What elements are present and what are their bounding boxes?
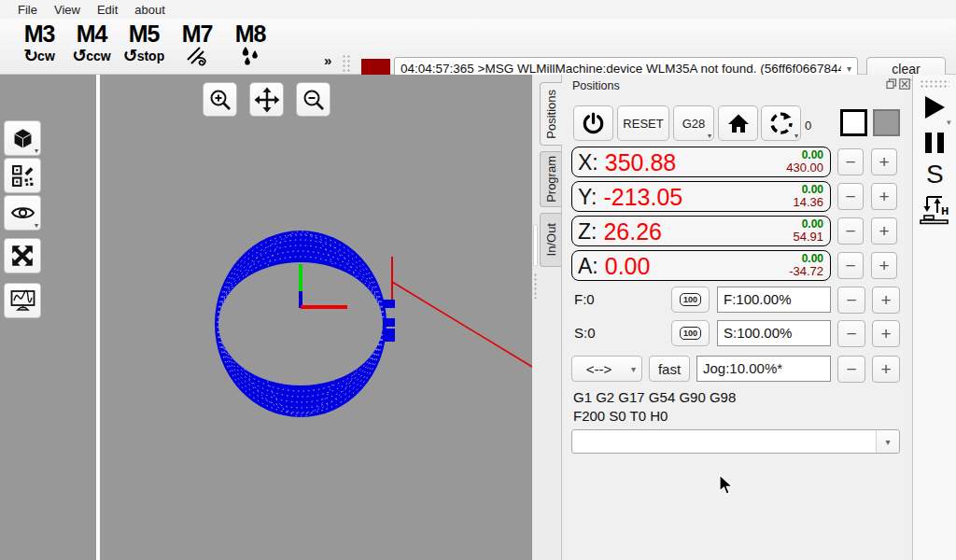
status-indicator-light — [361, 59, 390, 75]
axis-x-minus-button[interactable]: − — [837, 148, 864, 175]
rotation-count: 0 — [805, 119, 811, 133]
axis-y-minus-button[interactable]: − — [837, 183, 864, 210]
m3-spindle-cw-button[interactable]: M3 ↻cw — [13, 21, 65, 66]
jog-minus-button[interactable]: − — [837, 356, 865, 383]
axis-a-plus-button[interactable]: + — [871, 252, 897, 279]
svg-text:H: H — [941, 206, 949, 217]
ccw-arrow-icon: ↺ — [72, 46, 87, 66]
menu-file[interactable]: File — [9, 3, 46, 17]
jog-fast-button[interactable]: fast — [649, 356, 690, 382]
feed-plus-button[interactable]: + — [872, 287, 900, 314]
edit-program-button[interactable] — [4, 158, 41, 193]
jog-step-field[interactable]: Jog:10.00%* — [696, 356, 831, 382]
mdi-command-combobox[interactable]: ▾ — [571, 429, 900, 454]
reset-button[interactable]: RESET — [617, 105, 669, 141]
splitter-handle-dots[interactable] — [533, 273, 539, 299]
magnifier-plus-icon — [208, 88, 232, 112]
menu-edit[interactable]: Edit — [89, 3, 126, 17]
panel-title: Positions — [572, 79, 620, 92]
fit-view-button[interactable] — [4, 238, 41, 273]
zoom-in-button[interactable] — [203, 82, 237, 117]
feed-override-field[interactable]: F:100.00% — [717, 287, 831, 313]
m3-label: M3 — [13, 21, 65, 46]
axis-readout-x[interactable]: X: 350.88 0.00 430.00 — [571, 147, 831, 177]
spindle-minus-button[interactable]: − — [837, 320, 865, 347]
power-icon — [581, 111, 606, 136]
m5-label: M5 — [118, 21, 170, 46]
rotate-counter-button[interactable]: ▾ — [761, 105, 801, 141]
axis-readout-z[interactable]: Z: 26.26 0.00 54.91 — [571, 216, 831, 246]
spindle-reset-100-button[interactable]: 100 — [671, 320, 710, 346]
toolbar-drag-handle[interactable] — [342, 54, 350, 77]
m7-label: M7 — [171, 21, 223, 46]
spindle-plus-button[interactable]: + — [872, 320, 900, 347]
menu-view[interactable]: View — [46, 3, 89, 17]
feed-reset-100-button[interactable]: 100 — [671, 287, 710, 313]
float-panel-button[interactable] — [886, 78, 898, 91]
float-icon — [886, 78, 897, 90]
ccw-arrow-icon: ↺ — [123, 46, 138, 66]
m4-spindle-ccw-button[interactable]: M4 ↺ccw — [65, 21, 118, 66]
toolbar: M3 ↻cw M4 ↺ccw M5 ↺stop M7 M8 — [0, 19, 956, 75]
zoom-out-button[interactable] — [296, 82, 330, 117]
toolpath-tick — [383, 300, 395, 308]
run-program-button[interactable] — [925, 96, 945, 119]
axis-y-plus-button[interactable]: + — [871, 183, 897, 210]
probe-tool-height-button[interactable]: H — [919, 194, 950, 226]
tab-program[interactable]: Program — [540, 151, 561, 207]
close-panel-button[interactable] — [899, 78, 911, 91]
monitor-waveform-icon — [10, 289, 35, 312]
m4-label: M4 — [65, 21, 118, 46]
axis-x-limit: 430.00 — [786, 161, 823, 175]
axis-readout-a[interactable]: A: 0.00 0.00 -34.72 — [571, 250, 831, 281]
pan-view-button[interactable] — [249, 82, 284, 117]
coolant-drops-icon — [239, 46, 261, 66]
message-log-text: 04:04:57:365 >MSG WLMillMachine:device W… — [395, 62, 841, 76]
m4-sub-label: ccw — [86, 46, 110, 66]
panel-splitter[interactable] — [532, 75, 540, 560]
chevron-down-icon: ▾ — [841, 63, 857, 74]
pause-program-button[interactable] — [925, 133, 944, 153]
feed-minus-button[interactable]: − — [837, 287, 865, 314]
gray-state-swatch[interactable] — [873, 109, 900, 136]
m8-coolant-button[interactable]: M8 — [224, 21, 276, 66]
sidebar-drag-handle[interactable] — [920, 79, 949, 88]
splitter-thumb[interactable] — [533, 224, 538, 267]
power-button[interactable] — [573, 105, 613, 141]
toolpath-tick — [383, 329, 395, 342]
m7-mist-button[interactable]: M7 — [171, 21, 223, 66]
jog-plus-button[interactable]: + — [872, 356, 900, 383]
axis-readout-y[interactable]: Y: -213.05 0.00 14.36 — [571, 181, 831, 212]
toolpath-viewport[interactable] — [100, 75, 532, 560]
spindle-override-field[interactable]: S:100.00% — [717, 320, 831, 346]
view-3d-cube-button[interactable]: ▾ — [4, 120, 41, 156]
white-state-swatch[interactable] — [840, 109, 867, 136]
jog-direction-dropdown[interactable]: <--> ▾ — [571, 356, 642, 382]
visibility-button[interactable]: ▾ — [4, 195, 41, 231]
axis-a-minus-button[interactable]: − — [837, 252, 864, 279]
axis-z-plus-button[interactable]: + — [871, 217, 897, 245]
chevron-down-icon: ▾ — [879, 437, 895, 447]
cw-arrow-icon: ↻ — [23, 46, 38, 66]
chevron-down-icon: ▾ — [35, 222, 38, 230]
air-blast-icon — [186, 46, 208, 66]
home-button[interactable] — [718, 105, 758, 141]
stop-program-button[interactable]: S — [926, 161, 944, 189]
g28-home-button[interactable]: G28 ▾ — [673, 105, 714, 141]
monitor-signal-button[interactable] — [4, 283, 41, 318]
toolbar-overflow-chevron[interactable]: » — [324, 52, 331, 68]
left-view-toolbar: ▾ ▾ — [0, 75, 96, 560]
axis-marker-y-green — [299, 264, 302, 291]
axis-z-minus-button[interactable]: − — [837, 217, 864, 245]
axis-x-plus-button[interactable]: + — [871, 148, 897, 175]
axis-a-limit: -34.72 — [789, 265, 823, 278]
chevron-down-icon: ▾ — [708, 133, 711, 140]
tab-inout[interactable]: In/Out — [540, 213, 561, 267]
axis-x-label: X: — [578, 148, 598, 176]
axis-z-label: Z: — [578, 217, 597, 245]
axis-y-limit: 14.36 — [793, 196, 823, 209]
qr-edit-icon — [11, 164, 35, 188]
m5-spindle-stop-button[interactable]: M5 ↺stop — [118, 21, 170, 66]
tab-positions[interactable]: Positions — [540, 82, 562, 146]
menu-about[interactable]: about — [126, 3, 174, 17]
